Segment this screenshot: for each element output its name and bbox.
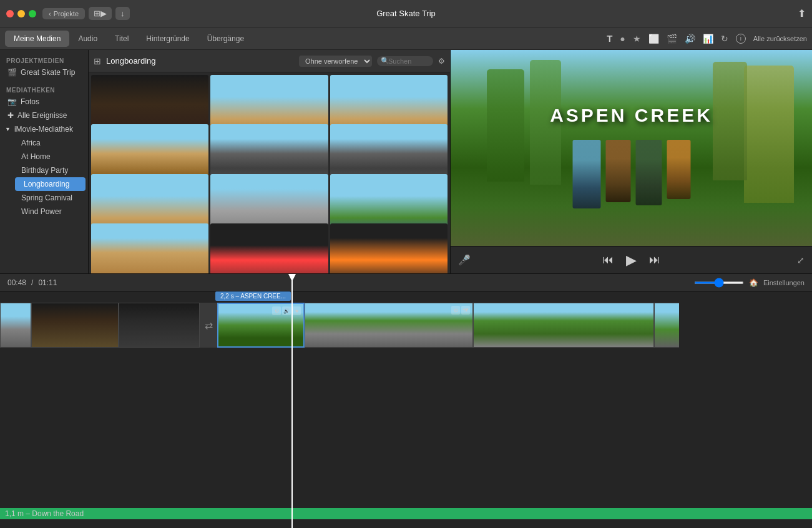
speed-fx-icon: ⚙: [272, 306, 281, 315]
sidebar-item-alle-ereignisse[interactable]: ✚ Alle Ereignisse: [0, 109, 88, 122]
info-icon[interactable]: i: [736, 34, 746, 44]
text-icon[interactable]: T: [607, 33, 612, 44]
preview-figures: [572, 140, 690, 208]
titlebar: ‹ Projekte ⊞▶ ↓ Great Skate Trip ⬆: [0, 0, 812, 27]
mic-button[interactable]: 🎤: [458, 254, 471, 266]
crop-icon[interactable]: ⬜: [648, 34, 659, 44]
chevron-down-icon: ▼: [5, 126, 11, 132]
sidebar-item-africa[interactable]: Africa: [12, 136, 88, 150]
sidebar-item-birthday-party[interactable]: Birthday Party: [12, 164, 88, 177]
back-label: Projekte: [54, 10, 79, 17]
import-button[interactable]: ↓: [115, 7, 130, 20]
filter-area: Ohne verworfene: [299, 56, 372, 67]
tab-hintergruende[interactable]: Hintergründe: [137, 31, 198, 47]
media-browser-title: Longboarding: [106, 56, 294, 66]
chevron-left-icon: ‹: [49, 10, 51, 17]
thumbnail-10[interactable]: [91, 223, 208, 273]
title-clip-label: 2,2 s – ASPEN CREE...: [215, 291, 291, 301]
timeline-controls-right: 🏠 Einstellungen: [694, 278, 805, 287]
window-title: Great Skate Trip: [376, 9, 436, 18]
fx-icons-clip5: ⚙ 🗺: [451, 306, 470, 315]
settings-icon[interactable]: ⚙: [438, 57, 445, 66]
alle-ereignisse-label: Alle Ereignisse: [17, 111, 67, 120]
search-area: 🔍: [377, 56, 433, 66]
sidebar-item-spring-carnival[interactable]: Spring Carnival: [12, 191, 88, 205]
figure-1: [572, 140, 600, 208]
sidebar-item-fotos[interactable]: 📷 Fotos: [0, 95, 88, 109]
sidebar-item-longboarding[interactable]: Longboarding: [15, 177, 86, 191]
maximize-button[interactable]: [29, 10, 36, 17]
tab-meine-medien[interactable]: Meine Medien: [5, 31, 69, 47]
tree-4: [713, 62, 747, 180]
minimize-button[interactable]: [17, 10, 25, 17]
imovie-label: iMovie-Mediathek: [14, 125, 73, 134]
sidebar-item-great-skate[interactable]: 🎬 Great Skate Trip: [0, 66, 88, 79]
play-button[interactable]: ▶: [626, 252, 637, 268]
media-browser-header: ⊞ Longboarding Ohne verworfene 🔍 ⚙: [89, 50, 450, 72]
home-icon[interactable]: 🏠: [749, 278, 758, 287]
figure-2: [605, 140, 630, 202]
chart-icon[interactable]: 📊: [703, 34, 713, 44]
audio-track-label: 1,1 m – Down the Road: [5, 509, 84, 518]
tree-1: [487, 69, 524, 182]
events-icon: ✚: [7, 111, 14, 120]
zoom-slider[interactable]: [694, 281, 744, 284]
tab-uebergaenge[interactable]: Übergänge: [198, 31, 253, 47]
speed-icon[interactable]: ↻: [721, 34, 728, 44]
skip-back-button[interactable]: ⏮: [602, 253, 614, 266]
at-home-label: At Home: [21, 152, 51, 161]
timeline-track[interactable]: ⇄ ⚙ 🔊 ★ ⚙ 🗺: [0, 301, 812, 349]
preview-video: ASPEN CREEK: [451, 50, 812, 246]
back-button[interactable]: ‹ Projekte: [42, 8, 85, 19]
birthday-party-label: Birthday Party: [21, 166, 68, 175]
skip-forward-button[interactable]: ⏭: [649, 253, 660, 266]
timeline-clip-6[interactable]: [473, 303, 654, 348]
main-layout: PROJEKTMEDIEN 🎬 Great Skate Trip MEDIATH…: [0, 50, 812, 273]
grid-view-icon[interactable]: ⊞: [94, 56, 101, 66]
tree-3: [744, 66, 794, 203]
fotos-label: Fotos: [21, 97, 39, 106]
speed-fx-icon-2: ⚙: [451, 306, 460, 315]
tab-audio[interactable]: Audio: [69, 31, 106, 47]
sidebar-item-at-home[interactable]: At Home: [12, 150, 88, 164]
toolbar: Meine Medien Audio Titel Hintergründe Üb…: [0, 27, 812, 50]
view-toggle-button[interactable]: ⊞▶: [89, 7, 112, 20]
timeline-clip-5[interactable]: ⚙ 🗺: [305, 303, 473, 348]
reset-button[interactable]: Alle zurücksetzen: [753, 35, 807, 42]
transition-1[interactable]: ⇄: [200, 303, 217, 348]
toolbar-right: ⬆: [798, 7, 806, 19]
close-button[interactable]: [6, 10, 14, 17]
share-button[interactable]: ⬆: [798, 7, 806, 19]
sidebar: PROJEKTMEDIEN 🎬 Great Skate Trip MEDIATH…: [0, 50, 89, 273]
tab-titel[interactable]: Titel: [106, 31, 137, 47]
sidebar-item-wind-power[interactable]: Wind Power: [12, 205, 88, 218]
video-icon[interactable]: 🎬: [667, 34, 677, 44]
settings-label[interactable]: Einstellungen: [763, 279, 805, 286]
timeline-clip-3[interactable]: [119, 303, 200, 348]
wind-power-label: Wind Power: [21, 207, 62, 216]
sidebar-project-label: Great Skate Trip: [21, 68, 75, 77]
filter-icon[interactable]: ★: [633, 34, 641, 44]
timeline-header: 00:48 / 01:11 🏠 Einstellungen: [0, 274, 812, 291]
timeline-clip-7[interactable]: [654, 303, 679, 348]
preview-title-text: ASPEN CREEK: [550, 105, 713, 126]
current-timecode: 00:48: [7, 278, 26, 287]
filter-select[interactable]: Ohne verworfene: [299, 56, 372, 67]
library-section-label: MEDIATHEKEN: [0, 84, 88, 95]
thumbnail-11[interactable]: [210, 223, 328, 273]
timeline-clip-2[interactable]: [31, 303, 119, 348]
preview-scene: ASPEN CREEK: [451, 50, 812, 246]
audio-icon[interactable]: 🔊: [685, 34, 695, 44]
preview-controls: 🎤 ⏮ ▶ ⏭ ⤢: [451, 246, 812, 273]
sidebar-item-imovie[interactable]: ▼ iMovie-Mediathek: [0, 122, 88, 136]
thumbnail-12[interactable]: [330, 223, 448, 273]
color-icon[interactable]: ●: [620, 34, 625, 44]
photos-icon: 📷: [7, 97, 17, 106]
fullscreen-button[interactable]: ⤢: [797, 255, 805, 265]
traffic-lights: [6, 10, 36, 17]
playhead: [291, 274, 293, 528]
longboarding-label: Longboarding: [24, 180, 69, 188]
timeline-section: 00:48 / 01:11 🏠 Einstellungen 2,2 s – AS…: [0, 273, 812, 528]
project-section-label: PROJEKTMEDIEN: [0, 55, 88, 66]
timeline-clip-1[interactable]: [0, 303, 31, 348]
